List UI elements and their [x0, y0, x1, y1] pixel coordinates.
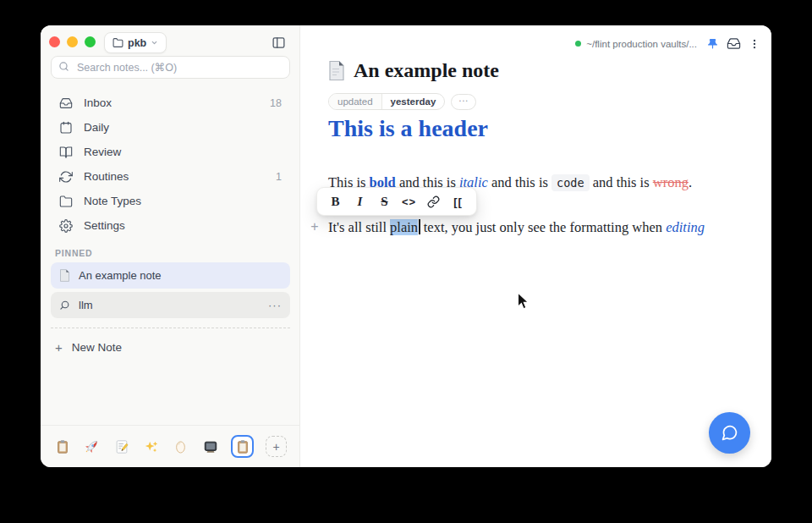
- sidebar-item-label: Daily: [84, 121, 109, 134]
- sidebar-item-routines[interactable]: Routines 1: [51, 164, 290, 189]
- italic-button[interactable]: I: [348, 190, 372, 213]
- search-input[interactable]: [51, 56, 290, 79]
- egg-icon: [174, 439, 187, 454]
- sidebar-item-label: Note Types: [84, 195, 141, 207]
- inbox-icon: [59, 96, 73, 110]
- code-button[interactable]: <>: [397, 190, 421, 213]
- block-handle[interactable]: +: [310, 217, 320, 236]
- vault-path: ~/flint production vaults/...: [586, 39, 697, 49]
- workspace-clipboard-active-button[interactable]: [231, 435, 254, 458]
- memo-icon: [114, 439, 129, 454]
- sidebar-item-inbox[interactable]: Inbox 18: [51, 91, 290, 115]
- inbox-tray-button[interactable]: [727, 36, 741, 51]
- sidebar-toggle-button[interactable]: [271, 35, 287, 51]
- close-button[interactable]: [49, 36, 60, 47]
- folder-icon: [59, 195, 73, 208]
- clipboard-icon: [235, 439, 250, 454]
- strikethrough-button[interactable]: S: [372, 190, 397, 213]
- note-heading[interactable]: This is a header: [328, 115, 488, 142]
- workspace-rocket-button[interactable]: [83, 438, 101, 455]
- text-run: It's all still: [328, 219, 390, 235]
- sidebar-item-label: Review: [84, 146, 121, 158]
- sidebar-item-label: Inbox: [84, 96, 112, 109]
- workspace-clipboard-button[interactable]: [53, 438, 71, 455]
- routines-count-badge: 1: [276, 171, 282, 183]
- note-header: An example note: [328, 59, 499, 82]
- refresh-icon: [59, 170, 73, 184]
- workspace-tv-button[interactable]: [201, 438, 219, 455]
- rocket-icon: [84, 438, 100, 454]
- minimize-button[interactable]: [67, 36, 78, 47]
- sidebar: pkb Inbox 18: [41, 25, 300, 467]
- italic-text: editing: [666, 219, 705, 235]
- sidebar-item-note-types[interactable]: Note Types: [51, 189, 290, 213]
- format-toolbar: B I S <> [[: [316, 187, 477, 216]
- inbox-count-badge: 18: [270, 97, 282, 109]
- code-text: code: [551, 174, 590, 191]
- paragraph-plain-text[interactable]: + It's all still plain text, you just on…: [310, 217, 705, 237]
- calendar-icon: [59, 121, 73, 135]
- chat-button[interactable]: [709, 412, 750, 454]
- document-icon: [328, 60, 345, 81]
- tv-icon: [203, 439, 218, 454]
- pinned-note-an-example-note[interactable]: An example note: [51, 262, 290, 289]
- link-button[interactable]: [421, 190, 446, 213]
- chevron-down-icon: [151, 39, 158, 47]
- search-box: [51, 56, 290, 79]
- pinned-section-label: PINNED: [55, 248, 92, 258]
- vault-status: ~/flint production vaults/...: [575, 39, 697, 49]
- chat-bubble-icon: [721, 424, 738, 442]
- traffic-lights: [49, 36, 96, 47]
- new-note-label: New Note: [72, 341, 122, 354]
- note-title[interactable]: An example note: [354, 59, 499, 82]
- plus-icon: +: [55, 340, 63, 355]
- workspace-memo-button[interactable]: [112, 438, 130, 455]
- sidebar-nav: Inbox 18 Daily Review Routines 1: [51, 91, 290, 238]
- kebab-menu-button[interactable]: [749, 38, 760, 50]
- note-options-button[interactable]: ···: [268, 302, 282, 309]
- search-icon: [58, 61, 69, 72]
- selected-text: plain: [390, 219, 418, 235]
- workspace-sparkles-button[interactable]: [142, 438, 160, 455]
- sidebar-item-review[interactable]: Review: [51, 140, 290, 164]
- sidebar-item-settings[interactable]: Settings: [51, 213, 290, 238]
- new-note-button[interactable]: + New Note: [55, 337, 122, 357]
- pin-button[interactable]: [706, 37, 719, 50]
- search-icon: [59, 300, 70, 311]
- zoom-button[interactable]: [85, 36, 96, 47]
- workspace-name: pkb: [128, 37, 146, 49]
- more-badges-button[interactable]: ...: [451, 94, 476, 110]
- folder-icon: [112, 37, 123, 48]
- clipboard-icon: [55, 439, 70, 454]
- app-window: pkb Inbox 18: [41, 25, 771, 467]
- updated-badge-value: yesterday: [382, 94, 445, 109]
- workspace-egg-button[interactable]: [172, 438, 189, 455]
- sidebar-item-label: Routines: [84, 170, 129, 183]
- text-run: .: [689, 174, 692, 190]
- workspace-switcher[interactable]: pkb: [104, 32, 167, 53]
- text-run: and this is: [590, 174, 653, 190]
- updated-badge[interactable]: updated yesterday: [328, 93, 445, 110]
- book-open-icon: [59, 146, 73, 159]
- pinned-note-label: llm: [79, 299, 93, 311]
- wikilink-button[interactable]: [[: [446, 190, 470, 213]
- gear-icon: [59, 219, 73, 233]
- text-run: and this is: [488, 174, 551, 190]
- panel-left-icon: [272, 36, 286, 50]
- bold-button[interactable]: B: [323, 190, 348, 213]
- status-dot: [575, 41, 581, 47]
- editor-topbar: ~/flint production vaults/...: [575, 36, 760, 51]
- pinned-note-llm[interactable]: llm ···: [51, 292, 290, 318]
- mouse-cursor: [517, 292, 529, 311]
- strikethrough-text: wrong: [653, 174, 689, 190]
- text-run: text, you just only see the formatting w…: [420, 219, 667, 235]
- sidebar-item-daily[interactable]: Daily: [51, 115, 290, 140]
- divider: [51, 328, 290, 328]
- editor-pane: ~/flint production vaults/... An example…: [300, 25, 771, 467]
- link-icon: [427, 195, 440, 208]
- workspace-dock: +: [41, 425, 299, 467]
- add-workspace-button[interactable]: +: [266, 436, 287, 457]
- sparkles-icon: [144, 439, 159, 454]
- note-meta: updated yesterday ...: [328, 93, 476, 110]
- plus-icon: +: [272, 440, 279, 454]
